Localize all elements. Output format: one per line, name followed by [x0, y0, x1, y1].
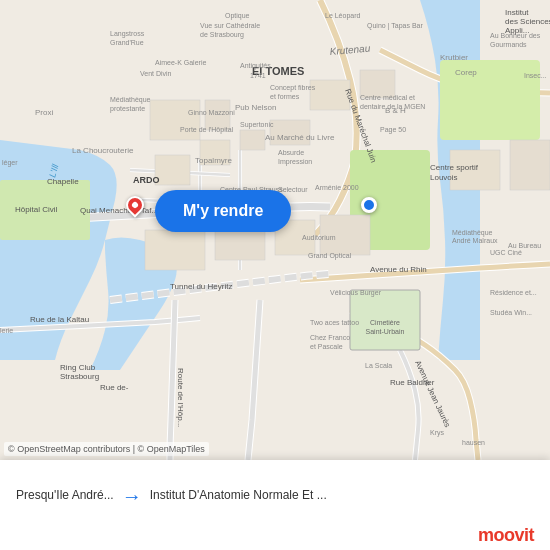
- svg-text:Grand Optical: Grand Optical: [308, 252, 352, 260]
- svg-text:Centre médical et: Centre médical et: [360, 94, 415, 101]
- svg-rect-18: [310, 80, 350, 110]
- svg-text:et formes: et formes: [270, 93, 300, 100]
- svg-text:Grand'Rue: Grand'Rue: [110, 39, 144, 46]
- svg-text:Corep: Corep: [455, 68, 477, 77]
- svg-text:La Scala: La Scala: [365, 362, 392, 369]
- svg-rect-21: [510, 140, 550, 190]
- svg-text:Au Bureau: Au Bureau: [508, 242, 541, 249]
- map-container: Cimetière Saint-Urbain Krutenau L'Ill Qu…: [0, 0, 550, 460]
- svg-text:Rue de la Kaltau: Rue de la Kaltau: [30, 315, 89, 324]
- svg-text:hausen: hausen: [462, 439, 485, 446]
- svg-text:Quino | Tapas Bar: Quino | Tapas Bar: [367, 22, 423, 30]
- svg-text:Absurde: Absurde: [278, 149, 304, 156]
- svg-text:Page 50: Page 50: [380, 126, 406, 134]
- svg-text:Saint-Urbain: Saint-Urbain: [366, 328, 405, 335]
- svg-text:Médiathèque: Médiathèque: [110, 96, 151, 104]
- svg-text:Antiquités: Antiquités: [240, 62, 271, 70]
- svg-text:Résidence et...: Résidence et...: [490, 289, 537, 296]
- destination-marker: [361, 197, 377, 213]
- svg-text:Langstross: Langstross: [110, 30, 145, 38]
- svg-text:Pub Nelson: Pub Nelson: [235, 103, 276, 112]
- svg-rect-14: [240, 130, 265, 150]
- svg-rect-12: [155, 155, 190, 185]
- svg-text:Ginno Mazzoni: Ginno Mazzoni: [188, 109, 235, 116]
- svg-text:Cimetière: Cimetière: [370, 319, 400, 326]
- svg-text:Au Marché du Livre: Au Marché du Livre: [265, 133, 335, 142]
- svg-text:Chez Franco: Chez Franco: [310, 334, 350, 341]
- origin-label: Presqu'Ile André...: [16, 488, 114, 504]
- svg-text:Porte de l'Hôpital: Porte de l'Hôpital: [180, 126, 234, 134]
- svg-text:Rue de-: Rue de-: [100, 383, 129, 392]
- svg-text:Institut: Institut: [505, 8, 529, 17]
- svg-text:Auditorium: Auditorium: [302, 234, 336, 241]
- svg-text:Médiathèque: Médiathèque: [452, 229, 493, 237]
- svg-text:Impression: Impression: [278, 158, 312, 166]
- svg-rect-16: [150, 100, 200, 140]
- svg-text:1741: 1741: [250, 72, 266, 79]
- svg-text:Krutbier: Krutbier: [440, 53, 468, 62]
- svg-text:Supertonic: Supertonic: [240, 121, 274, 129]
- svg-text:Le Léopard: Le Léopard: [325, 12, 361, 20]
- svg-text:Arménie 2000: Arménie 2000: [315, 184, 359, 191]
- svg-text:Louvois: Louvois: [430, 173, 458, 182]
- navigate-button[interactable]: M'y rendre: [155, 190, 291, 232]
- svg-text:Optique: Optique: [225, 12, 250, 20]
- svg-text:Vélicious Burger: Vélicious Burger: [330, 289, 382, 297]
- svg-text:Quai Menachem Taf...: Quai Menachem Taf...: [80, 206, 158, 215]
- svg-text:UGC Ciné: UGC Ciné: [490, 249, 522, 256]
- destination-label: Institut D'Anatomie Normale Et ...: [150, 488, 327, 504]
- svg-text:Ring Club: Ring Club: [60, 363, 96, 372]
- svg-text:Avenue du Rhin: Avenue du Rhin: [370, 265, 427, 274]
- svg-text:Vue sur Cathédrale: Vue sur Cathédrale: [200, 22, 260, 29]
- svg-text:des Sciences: des Sciences: [505, 17, 550, 26]
- svg-text:Chapelle: Chapelle: [47, 177, 79, 186]
- svg-text:Centre sportif: Centre sportif: [430, 163, 479, 172]
- svg-text:léger: léger: [2, 159, 18, 167]
- svg-text:Aimee-K Galerie: Aimee-K Galerie: [155, 59, 206, 66]
- svg-text:Topalmyre: Topalmyre: [195, 156, 232, 165]
- svg-text:Concept fibres: Concept fibres: [270, 84, 316, 92]
- bottom-bar: Presqu'Ile André... → Institut D'Anatomi…: [0, 460, 550, 550]
- svg-text:Au Bonheur des: Au Bonheur des: [490, 32, 541, 39]
- svg-text:ARDO: ARDO: [133, 175, 160, 185]
- svg-text:Hôpital Civil: Hôpital Civil: [15, 205, 57, 214]
- svg-text:Two aces tattoo: Two aces tattoo: [310, 319, 359, 326]
- svg-rect-22: [145, 230, 205, 270]
- svg-text:Krys: Krys: [430, 429, 445, 437]
- svg-text:lerie: lerie: [0, 327, 13, 334]
- svg-text:Route de l'Hôp...: Route de l'Hôp...: [176, 368, 185, 427]
- svg-text:La Choucrouterie: La Choucrouterie: [72, 146, 134, 155]
- svg-text:protestante: protestante: [110, 105, 145, 113]
- svg-text:Strasbourg: Strasbourg: [60, 372, 99, 381]
- svg-text:Proxi: Proxi: [35, 108, 53, 117]
- map-attribution: © OpenStreetMap contributors | © OpenMap…: [4, 442, 209, 456]
- arrow-icon: →: [122, 485, 142, 508]
- moovit-logo: moovit: [478, 525, 534, 546]
- svg-text:Insec...: Insec...: [524, 72, 547, 79]
- svg-text:Vent Divin: Vent Divin: [140, 70, 172, 77]
- svg-text:Rue Baldner: Rue Baldner: [390, 378, 435, 387]
- svg-text:Studéa Win...: Studéa Win...: [490, 309, 532, 316]
- svg-text:André Malraux: André Malraux: [452, 237, 498, 244]
- svg-text:et Pascale: et Pascale: [310, 343, 343, 350]
- svg-text:de Strasbourg: de Strasbourg: [200, 31, 244, 39]
- svg-text:Tunnel du Heyritz: Tunnel du Heyritz: [170, 282, 232, 291]
- svg-text:dentaire de la MGEN: dentaire de la MGEN: [360, 103, 425, 110]
- svg-text:Gourmands: Gourmands: [490, 41, 527, 48]
